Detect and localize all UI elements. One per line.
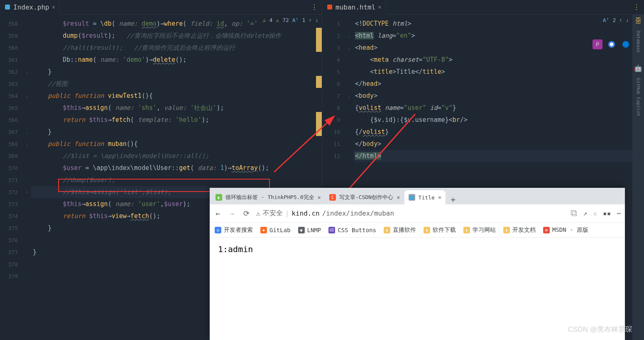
html-file-icon (326, 4, 333, 10)
next-highlight-icon[interactable]: ↓ (315, 17, 318, 23)
database-tool[interactable]: Database (636, 31, 641, 53)
address-bar[interactable]: ⚠ 不安全 | kind.cn/index/index/muban (256, 209, 565, 218)
favicon-icon: ◐ (215, 194, 222, 201)
more-icon[interactable]: ⋯ (617, 209, 621, 217)
tab-muban-html[interactable]: muban.html × (322, 0, 386, 15)
bookmark-icon: ◆ (260, 227, 267, 233)
browser-tab[interactable]: ◐循环输出标签 · ThinkPHP5.0完全× (211, 190, 325, 204)
svg-rect-1 (327, 5, 332, 10)
warning-icon: ⚠ (263, 17, 266, 23)
inspection-status: ⚠4 ⚠72 Aꜛ1 ↑ ↓ (263, 17, 318, 23)
favicon-icon: C (329, 194, 336, 201)
bookmark-icon: ▮ (384, 227, 390, 233)
bookmark-icon: ▮ (503, 227, 510, 233)
bookmark-item[interactable]: ▮直播软件 (384, 226, 416, 234)
bookmark-item[interactable]: UICSS Buttons (328, 227, 376, 233)
bookmark-item[interactable]: ◎开发者搜索 (215, 226, 253, 234)
browser-tab[interactable]: 🌐Title× (404, 190, 446, 204)
phpstorm-icon[interactable]: P (593, 39, 602, 49)
translate-icon[interactable]: ⿻ (571, 209, 578, 217)
copilot-icon[interactable]: 🤖 (634, 64, 642, 72)
svg-point-3 (610, 43, 613, 46)
favicon-icon: 🌐 (409, 194, 415, 201)
warning-icon: ⚠ (276, 17, 279, 23)
browser-tab[interactable]: C写文章-CSDN创作中心× (325, 190, 404, 204)
typo-icon: Aꜛ (603, 17, 610, 23)
pane-menu-icon[interactable]: ⋮ (307, 3, 322, 11)
share-icon[interactable]: ↗ (583, 209, 588, 217)
bookmark-icon: ◎ (215, 227, 221, 233)
forward-button[interactable]: → (228, 209, 236, 218)
close-icon[interactable]: × (378, 4, 381, 10)
svg-rect-0 (5, 5, 10, 10)
extension-icon[interactable]: ▪▪ (603, 209, 611, 217)
bookmark-item[interactable]: ◆GitLab (260, 227, 291, 233)
bookmark-item[interactable]: ⊞MSDN - 原版 (543, 226, 588, 234)
svg-point-4 (622, 41, 629, 48)
line-gutter: 3583593603613623633643653663673683693703… (0, 15, 23, 340)
browser-tabs: ◐循环输出标签 · ThinkPHP5.0完全×C写文章-CSDN创作中心×🌐T… (210, 188, 625, 204)
typo-icon: Aꜛ (292, 17, 299, 23)
bookmark-bar: ◎开发者搜索◆GitLab●LNMPUICSS Buttons▮直播软件▮软件下… (210, 223, 625, 238)
database-icon[interactable]: 🗄 (635, 17, 642, 25)
pane-menu-icon[interactable]: ⋮ (629, 3, 644, 11)
new-tab-button[interactable]: + (446, 194, 460, 204)
close-tab-icon[interactable]: × (318, 194, 321, 201)
tab-label: muban.html (335, 3, 375, 11)
bookmark-icon: UI (328, 227, 335, 233)
bookmark-item[interactable]: ▮开发文档 (503, 226, 536, 234)
copilot-tool[interactable]: GitHub Copilot (636, 78, 641, 117)
bookmark-icon: ▮ (463, 227, 470, 233)
bookmark-icon: ▮ (424, 227, 430, 233)
next-highlight-icon[interactable]: ↓ (626, 17, 629, 23)
watermark: CSDN @黑布林景琛 (568, 325, 632, 334)
inspection-status: Aꜛ2 ↑ ↓ (603, 17, 629, 23)
bookmark-item[interactable]: ▮学习网站 (463, 226, 496, 234)
php-file-icon (4, 4, 11, 10)
not-secure-icon: ⚠ (256, 209, 260, 217)
bookmark-icon[interactable]: ☆ (593, 209, 597, 217)
fold-column[interactable]: ⌄⌄⌄⌄• (23, 15, 31, 340)
page-content: 1:admin (210, 238, 625, 340)
close-tab-icon[interactable]: × (397, 194, 400, 201)
tab-label: Index.php (13, 3, 49, 11)
back-button[interactable]: ← (214, 209, 222, 218)
edge-icon[interactable] (621, 39, 631, 49)
prev-highlight-icon[interactable]: ↑ (309, 17, 312, 23)
close-icon[interactable]: × (52, 4, 55, 10)
close-tab-icon[interactable]: × (438, 194, 441, 201)
browser-window: ◐循环输出标签 · ThinkPHP5.0完全×C写文章-CSDN创作中心×🌐T… (210, 188, 625, 340)
bookmark-item[interactable]: ▮软件下载 (424, 226, 456, 234)
bookmark-icon: ● (298, 227, 305, 233)
prev-highlight-icon[interactable]: ↑ (619, 17, 622, 23)
tab-index-php[interactable]: Index.php × (0, 0, 60, 15)
bookmark-item[interactable]: ●LNMP (298, 227, 321, 233)
bookmark-icon: ⊞ (543, 227, 550, 233)
chrome-icon[interactable] (607, 39, 617, 49)
right-sidebar: 🗄 Database 🤖 GitHub Copilot (632, 15, 644, 340)
reload-button[interactable]: ⟳ (242, 209, 250, 218)
